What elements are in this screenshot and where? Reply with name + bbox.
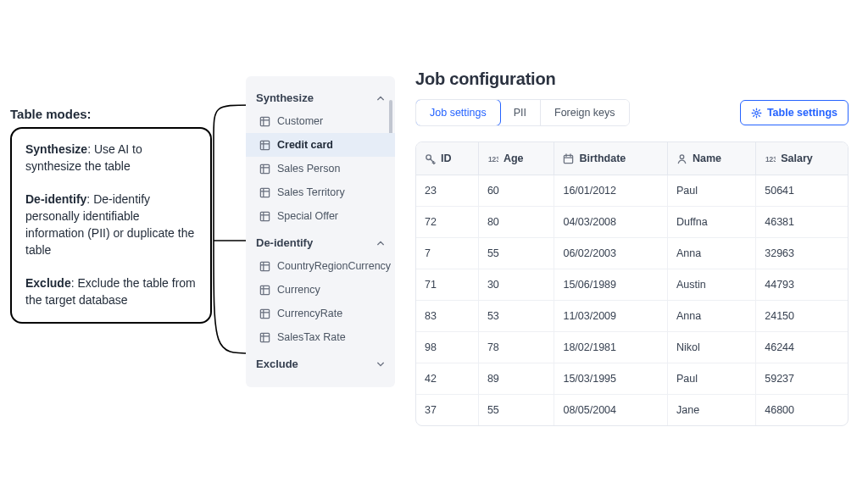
chevron-down-icon: [376, 360, 385, 369]
column-header[interactable]: ID: [416, 142, 479, 175]
cell-salary: 59237: [756, 363, 848, 395]
data-table: IDAgeBirthdateNameSalary 236016/01/2012P…: [415, 141, 849, 426]
cell-birthdate: 18/02/1981: [554, 332, 668, 363]
table-header-row: IDAgeBirthdateNameSalary: [416, 142, 848, 175]
sidebar-item[interactable]: Currency: [246, 278, 395, 302]
table-icon: [259, 308, 270, 319]
key-icon: [425, 153, 436, 164]
table-icon: [259, 140, 270, 151]
cell-age: 53: [479, 301, 555, 332]
sidebar-item-label: Sales Territory: [277, 186, 345, 198]
sidebar-item-label: CurrencyRate: [277, 308, 342, 319]
sidebar-item-label: Customer: [277, 115, 323, 127]
cell-birthdate: 15/03/1995: [554, 363, 668, 395]
sidebar-item[interactable]: CountryRegionCurrency: [246, 254, 395, 278]
column-label: Name: [693, 152, 721, 164]
cell-salary: 46800: [756, 395, 848, 425]
cell-id: 98: [416, 332, 479, 363]
sidebar-item[interactable]: CurrencyRate: [246, 302, 395, 325]
sidebar-item-label: Credit card: [277, 139, 333, 151]
page-title: Job configuration: [415, 69, 849, 89]
cell-birthdate: 08/05/2004: [554, 395, 668, 425]
toolbar-row: Job settings PII Foreign keys Table sett…: [415, 99, 849, 126]
column-header[interactable]: Age: [479, 142, 555, 175]
table-row[interactable]: 713015/06/1989Austin44793: [416, 269, 848, 301]
sidebar-item-label: Special Offer: [277, 210, 338, 222]
cell-id: 71: [416, 269, 479, 301]
annotation-item-deidentify: De-identify: De-identify personally iden…: [25, 191, 197, 259]
cell-name: Austin: [668, 269, 756, 301]
table-icon: [259, 164, 270, 175]
sidebar-item[interactable]: Credit card: [246, 133, 395, 157]
sidebar-item-label: Sales Person: [277, 163, 340, 175]
tab-job-settings[interactable]: Job settings: [415, 99, 501, 126]
column-header[interactable]: Salary: [756, 142, 848, 175]
section-head-exclude[interactable]: Exclude: [246, 349, 395, 375]
table-icon: [259, 187, 270, 198]
tab-pii[interactable]: PII: [500, 100, 541, 125]
annotation-box: Synthesize: Use AI to synthesize the tab…: [10, 127, 212, 324]
table-row[interactable]: 835311/03/2009Anna24150: [416, 301, 848, 332]
section-title: Synthesize: [256, 92, 314, 104]
chevron-up-icon: [376, 94, 385, 103]
svg-point-0: [755, 111, 759, 114]
table-modes-sidebar: Synthesize CustomerCredit cardSales Pers…: [246, 76, 395, 387]
column-label: Age: [504, 152, 524, 164]
cell-birthdate: 11/03/2009: [554, 301, 668, 332]
table-icon: [259, 116, 270, 127]
section-title: De-identify: [256, 236, 313, 249]
cell-salary: 46244: [756, 332, 848, 363]
main-panel: Job configuration Job settings PII Forei…: [415, 69, 849, 426]
cell-age: 60: [479, 175, 555, 207]
table-row[interactable]: 75506/02/2003Anna32963: [416, 238, 848, 269]
cell-salary: 32963: [756, 238, 848, 269]
cell-name: Paul: [668, 363, 756, 395]
table-row[interactable]: 987818/02/1981Nikol46244: [416, 332, 848, 363]
cell-name: Nikol: [668, 332, 756, 363]
section-head-synthesize[interactable]: Synthesize: [246, 83, 395, 109]
column-label: ID: [441, 152, 452, 164]
cell-birthdate: 15/06/1989: [554, 269, 668, 301]
sidebar-item-label: Currency: [277, 284, 320, 296]
sidebar-item[interactable]: Customer: [246, 109, 395, 133]
cell-age: 78: [479, 332, 555, 363]
numbers-icon: [765, 153, 776, 164]
sidebar-item[interactable]: Sales Person: [246, 157, 395, 180]
sidebar-item-label: CountryRegionCurrency: [277, 260, 391, 272]
cell-birthdate: 04/03/2008: [554, 207, 668, 238]
annotation-item-exclude: Exclude: Exclude the table from the targ…: [25, 274, 197, 309]
table-icon: [259, 261, 270, 272]
cell-name: Anna: [668, 238, 756, 269]
table-row[interactable]: 375508/05/2004Jane46800: [416, 395, 848, 425]
section-list-synthesize: CustomerCredit cardSales PersonSales Ter…: [246, 109, 395, 228]
sidebar-item[interactable]: Sales Territory: [246, 180, 395, 204]
cell-id: 7: [416, 238, 479, 269]
table-settings-label: Table settings: [767, 107, 837, 119]
table-body: 236016/01/2012Paul50641728004/03/2008Duf…: [416, 175, 848, 425]
cell-salary: 46381: [756, 207, 848, 238]
cell-salary: 24150: [756, 301, 848, 332]
cell-age: 55: [479, 238, 555, 269]
table-row[interactable]: 428915/03/1995Paul59237: [416, 363, 848, 395]
table-row[interactable]: 728004/03/2008Duffna46381: [416, 207, 848, 238]
cell-age: 80: [479, 207, 555, 238]
table-settings-button[interactable]: Table settings: [740, 100, 849, 125]
column-label: Salary: [781, 152, 813, 164]
cell-age: 55: [479, 395, 555, 425]
cell-name: Anna: [668, 301, 756, 332]
column-header[interactable]: Birthdate: [554, 142, 668, 175]
tab-foreign-keys[interactable]: Foreign keys: [541, 100, 629, 125]
cell-birthdate: 06/02/2003: [554, 238, 668, 269]
table-icon: [259, 211, 270, 222]
gear-icon: [751, 108, 762, 119]
chevron-up-icon: [376, 239, 385, 247]
section-title: Exclude: [256, 358, 298, 370]
section-head-deidentify[interactable]: De-identify: [246, 228, 395, 254]
section-list-deidentify: CountryRegionCurrencyCurrencyCurrencyRat…: [246, 254, 395, 349]
table-row[interactable]: 236016/01/2012Paul50641: [416, 175, 848, 207]
sidebar-item[interactable]: Special Offer: [246, 204, 395, 228]
cell-id: 37: [416, 395, 479, 425]
person-icon: [676, 153, 687, 164]
column-header[interactable]: Name: [668, 142, 756, 175]
sidebar-item[interactable]: SalesTax Rate: [246, 325, 395, 349]
